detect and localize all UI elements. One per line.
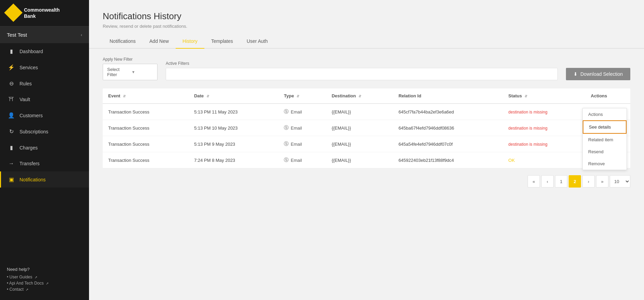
cell-date: 5:13 PM 11 May 2023	[189, 104, 278, 120]
user-name: Test Test	[7, 32, 27, 38]
contact-link[interactable]: • Contact ➚	[7, 287, 82, 292]
col-type[interactable]: Type ⇵	[278, 88, 326, 104]
dropdown-actions-header[interactable]: Actions	[583, 108, 627, 120]
pagination-prev[interactable]: ‹	[541, 175, 554, 188]
tab-templates[interactable]: Templates	[204, 34, 240, 49]
type-label: Email	[291, 109, 302, 115]
sidebar-item-label: Customers	[20, 113, 43, 118]
cell-status: OK	[503, 152, 585, 168]
filter-row: Apply New Filter Select Filter ▼ Active …	[103, 57, 630, 80]
active-filters-group: Active Filters	[166, 61, 558, 80]
sidebar-item-dashboard[interactable]: ▮ Dashboard	[0, 43, 89, 59]
sort-icon: ⇵	[206, 94, 209, 98]
tab-history[interactable]: History	[176, 34, 204, 49]
content-area: Apply New Filter Select Filter ▼ Active …	[89, 49, 644, 300]
page-header: Notifications History Review, resend or …	[89, 0, 644, 34]
cell-date: 7:24 PM 8 May 2023	[189, 152, 278, 168]
sidebar-item-label: Vault	[20, 97, 30, 102]
col-actions: Actions	[585, 88, 630, 104]
sidebar-item-services[interactable]: ⚡ Services	[0, 59, 89, 75]
sidebar-item-label: Charges	[20, 145, 38, 151]
cell-relation-id: 645922403eb21f13f88f9dc4	[393, 152, 503, 168]
sidebar-nav: ▮ Dashboard ⚡ Services ⊖ Rules ⛩ Vault 👤…	[0, 43, 89, 188]
sidebar-item-rules[interactable]: ⊖ Rules	[0, 75, 89, 92]
logo-diamond	[4, 3, 23, 22]
cell-relation-id: 645a54fe4efd7946ddf07c0f	[393, 136, 503, 152]
tab-user-auth[interactable]: User Auth	[240, 34, 274, 49]
download-selection-button[interactable]: ⬇ Download Selection	[566, 68, 630, 80]
table-row: Transaction Success 5:13 PM 9 May 2023 Ⓢ…	[103, 136, 630, 152]
charges-icon: ▮	[8, 144, 15, 151]
dashboard-icon: ▮	[8, 48, 15, 55]
pagination: « ‹ 1 2 › » 10 25 50	[103, 168, 630, 191]
cell-relation-id: 645cf7fa7b44ba2ef3e6a6ed	[393, 104, 503, 120]
dropdown-remove[interactable]: Remove	[583, 158, 627, 170]
table-row: Transaction Success 7:24 PM 8 May 2023 Ⓢ…	[103, 152, 630, 168]
sidebar-item-subscriptions[interactable]: ↻ Subscriptions	[0, 123, 89, 140]
cell-status: destination is missing	[503, 136, 585, 152]
cell-destination: {{EMAIL}}	[326, 136, 393, 152]
pagination-first[interactable]: «	[528, 175, 540, 188]
cell-type: Ⓢ Email	[278, 104, 326, 120]
cell-relation-id: 645ba67f4efd7946ddf08636	[393, 120, 503, 136]
download-icon: ⬇	[573, 71, 578, 77]
cell-destination: {{EMAIL}}	[326, 120, 393, 136]
sidebar-item-customers[interactable]: 👤 Customers	[0, 107, 89, 123]
col-destination[interactable]: Destination ⇵	[326, 88, 393, 104]
api-docs-link[interactable]: • Api And Tech Docs ➚	[7, 281, 82, 286]
external-icon: ➚	[26, 288, 28, 291]
cell-type: Ⓢ Email	[278, 120, 326, 136]
cell-date: 5:13 PM 9 May 2023	[189, 136, 278, 152]
col-date[interactable]: Date ⇵	[189, 88, 278, 104]
user-guides-link[interactable]: • User Guides ➚	[7, 275, 82, 279]
actions-dropdown: Actions See details Related item Resend …	[582, 108, 627, 170]
sort-icon: ⇵	[296, 94, 299, 98]
pagination-last[interactable]: »	[596, 175, 608, 188]
help-title: Need help?	[7, 267, 82, 272]
sidebar-item-transfers[interactable]: → Transfers	[0, 156, 89, 171]
table-row: Transaction Success 5:13 PM 11 May 2023 …	[103, 104, 630, 120]
sidebar-item-label: Transfers	[20, 161, 40, 166]
filter-group: Apply New Filter Select Filter ▼	[103, 57, 157, 80]
sidebar-collapse-icon[interactable]: ‹	[81, 33, 82, 37]
services-icon: ⚡	[8, 64, 15, 71]
page-title: Notifications History	[103, 11, 630, 22]
sidebar-item-notifications[interactable]: ▣ Notifications	[0, 171, 89, 188]
pagination-next[interactable]: ›	[582, 175, 595, 188]
notifications-icon: ▣	[8, 176, 15, 183]
filter-select[interactable]: Select Filter ▼	[103, 64, 157, 80]
sidebar-item-charges[interactable]: ▮ Charges	[0, 140, 89, 156]
tab-notifications[interactable]: Notifications	[103, 34, 142, 49]
col-status[interactable]: Status ⇵	[503, 88, 585, 104]
tabs-bar: Notifications Add New History Templates …	[89, 34, 644, 49]
filter-select-value: Select Filter	[107, 67, 129, 77]
logo-text: Commonwealth Bank	[24, 7, 60, 19]
main-content: Notifications History Review, resend or …	[89, 0, 644, 300]
col-event[interactable]: Event ⇵	[103, 88, 189, 104]
sidebar-user[interactable]: Test Test ‹	[0, 26, 89, 43]
sort-icon: ⇵	[525, 94, 527, 98]
dropdown-related-item[interactable]: Related item	[583, 134, 627, 146]
email-icon: Ⓢ	[284, 109, 289, 115]
cell-event: Transaction Success	[103, 152, 189, 168]
logo-area: Commonwealth Bank	[0, 0, 89, 26]
pagination-page-2[interactable]: 2	[569, 175, 581, 188]
notifications-table: Event ⇵ Date ⇵ Type ⇵ Destination ⇵ Rela…	[103, 88, 630, 168]
vault-icon: ⛩	[8, 96, 15, 103]
sidebar-help: Need help? • User Guides ➚ • Api And Tec…	[0, 260, 89, 300]
sidebar: Commonwealth Bank Test Test ‹ ▮ Dashboar…	[0, 0, 89, 300]
per-page-select[interactable]: 10 25 50	[610, 175, 630, 188]
dropdown-resend[interactable]: Resend	[583, 146, 627, 158]
cell-event: Transaction Success	[103, 136, 189, 152]
subscriptions-icon: ↻	[8, 128, 15, 135]
sidebar-item-vault[interactable]: ⛩ Vault	[0, 92, 89, 107]
external-icon: ➚	[46, 281, 49, 285]
dropdown-see-details[interactable]: See details	[583, 120, 627, 134]
tab-add-new[interactable]: Add New	[142, 34, 176, 49]
cell-event: Transaction Success	[103, 120, 189, 136]
table-header-row: Event ⇵ Date ⇵ Type ⇵ Destination ⇵ Rela…	[103, 88, 630, 104]
sidebar-item-label: Rules	[20, 81, 32, 86]
cell-destination: {{EMAIL}}	[326, 104, 393, 120]
pagination-page-1[interactable]: 1	[555, 175, 567, 188]
page-subtitle: Review, resend or delete past notificati…	[103, 24, 630, 29]
